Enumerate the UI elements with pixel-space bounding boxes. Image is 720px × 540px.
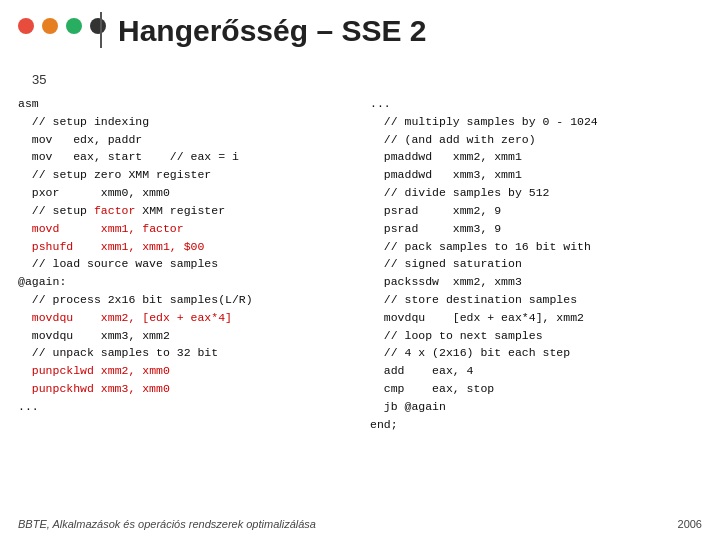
code-right-content: ... // multiply samples by 0 - 1024 // (… bbox=[370, 97, 598, 431]
traffic-lights bbox=[18, 18, 106, 34]
code-left-content: asm // setup indexing mov edx, paddr mov… bbox=[18, 97, 253, 413]
traffic-light-yellow bbox=[42, 18, 58, 34]
footer-institution: BBTE, Alkalmazások és operációs rendszer… bbox=[18, 518, 316, 530]
footer: BBTE, Alkalmazások és operációs rendszer… bbox=[18, 518, 702, 530]
traffic-light-dark bbox=[90, 18, 106, 34]
traffic-light-red bbox=[18, 18, 34, 34]
sse-version: 2 bbox=[410, 14, 427, 47]
title-divider bbox=[100, 12, 102, 48]
code-right: ... // multiply samples by 0 - 1024 // (… bbox=[370, 95, 702, 495]
footer-year: 2006 bbox=[678, 518, 702, 530]
traffic-light-green bbox=[66, 18, 82, 34]
code-container: asm // setup indexing mov edx, paddr mov… bbox=[18, 95, 702, 495]
slide-number: 35 bbox=[32, 72, 46, 87]
code-left: asm // setup indexing mov edx, paddr mov… bbox=[18, 95, 350, 495]
slide-title: Hangerősség – SSE 2 bbox=[118, 14, 426, 48]
